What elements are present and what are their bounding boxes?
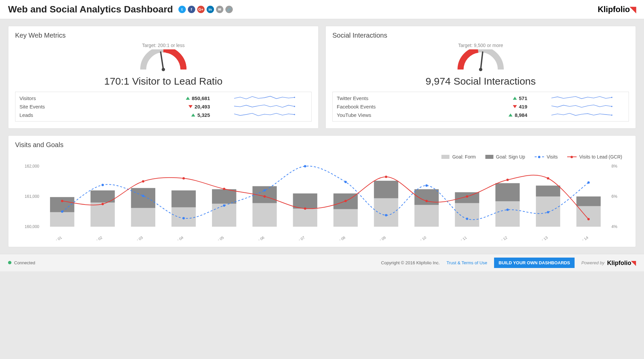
card-title: Social Interactions: [332, 32, 629, 39]
svg-point-58: [61, 211, 63, 213]
brand-logo: Klipfolio◥: [598, 5, 636, 14]
svg-point-83: [506, 179, 509, 181]
svg-point-2: [294, 97, 295, 98]
svg-point-76: [223, 188, 225, 190]
metrics-table: Visitors 850,681 Site Events 20,493 Lead…: [15, 92, 214, 121]
linkedin-icon[interactable]: in: [207, 6, 214, 13]
svg-rect-34: [293, 209, 317, 227]
arrow-down-icon: [189, 105, 193, 108]
svg-text:Jan 14: Jan 14: [578, 235, 589, 240]
gauge-target: Target: 9,500 or more: [332, 43, 629, 48]
card-title: Key Web Metrics: [15, 32, 312, 39]
gauge-headline: 170:1 Visitor to Lead Ratio: [15, 76, 312, 87]
svg-text:Jan 05: Jan 05: [213, 235, 224, 240]
svg-text:Jan 06: Jan 06: [254, 235, 265, 240]
metric-row: Site Events 20,493: [19, 102, 210, 111]
brand-logo-small: Klipfolio◥: [607, 259, 636, 267]
link-icon[interactable]: 🔗: [225, 6, 233, 13]
svg-rect-29: [212, 189, 236, 204]
svg-text:6%: 6%: [611, 194, 618, 199]
card-web-metrics: Key Web Metrics Target: 200:1 or less 17…: [8, 26, 319, 129]
terms-link[interactable]: Trust & Terms of Use: [446, 260, 487, 265]
chart-legend: Goal: Form Goal: Sign Up Visits Visits t…: [15, 152, 629, 163]
svg-rect-25: [171, 207, 196, 227]
gplus-icon[interactable]: G+: [197, 6, 205, 13]
card-visits-goals: Visits and Goals Goal: Form Goal: Sign U…: [8, 135, 636, 247]
svg-point-1: [162, 68, 165, 71]
svg-point-64: [304, 165, 306, 168]
svg-rect-28: [212, 204, 236, 227]
twitter-icon[interactable]: t: [178, 6, 186, 13]
svg-point-4: [294, 114, 295, 115]
svg-point-81: [425, 200, 428, 202]
svg-rect-46: [455, 203, 479, 227]
svg-point-68: [466, 218, 468, 220]
svg-point-80: [385, 176, 387, 178]
svg-point-70: [547, 211, 549, 213]
svg-point-78: [304, 208, 306, 210]
arrow-up-icon: [508, 114, 513, 117]
svg-point-77: [263, 195, 266, 198]
visits-goals-chart: 160,000161,000162,0004%6%8%Jan 01Jan 02J…: [18, 163, 626, 240]
svg-point-84: [547, 177, 549, 180]
svg-rect-23: [131, 188, 155, 208]
svg-rect-50: [495, 183, 520, 201]
svg-text:Jan 02: Jan 02: [92, 235, 103, 240]
svg-point-85: [587, 218, 590, 220]
build-dashboard-button[interactable]: BUILD YOUR OWN DASHBOARDS: [494, 258, 575, 268]
svg-point-72: [61, 200, 63, 202]
svg-rect-16: [50, 212, 74, 227]
sparklines: [217, 92, 311, 121]
svg-text:Jan 13: Jan 13: [537, 235, 548, 240]
svg-rect-35: [293, 193, 317, 209]
header: Web and Social Analytics Dashboard t f G…: [0, 0, 644, 19]
metric-row: YouTube Views 8,984: [337, 111, 527, 119]
svg-point-6: [479, 68, 482, 71]
svg-rect-40: [374, 198, 398, 227]
svg-text:Jan 08: Jan 08: [335, 235, 346, 240]
svg-point-62: [223, 205, 225, 207]
page-title: Web and Social Analytics Dashboard: [8, 4, 173, 15]
svg-rect-22: [131, 208, 155, 227]
email-icon[interactable]: ✉: [216, 6, 223, 13]
svg-text:Jan 04: Jan 04: [173, 235, 184, 240]
svg-point-60: [142, 195, 144, 197]
svg-point-71: [587, 181, 590, 184]
arrow-down-icon: [513, 105, 517, 108]
svg-rect-53: [536, 186, 560, 196]
svg-text:Jan 09: Jan 09: [375, 235, 386, 240]
arrow-up-icon: [513, 97, 517, 100]
svg-text:Jan 12: Jan 12: [496, 235, 508, 240]
gauge-icon: [137, 49, 190, 73]
status-dot-icon: [8, 261, 11, 264]
svg-text:8%: 8%: [611, 164, 618, 169]
svg-point-9: [611, 115, 612, 116]
svg-text:160,000: 160,000: [25, 224, 40, 229]
facebook-icon[interactable]: f: [188, 6, 195, 13]
svg-rect-56: [576, 196, 600, 206]
svg-point-74: [142, 180, 144, 183]
svg-point-7: [611, 97, 612, 98]
svg-point-73: [102, 203, 104, 205]
svg-text:Jan 07: Jan 07: [294, 235, 306, 240]
gauge-target: Target: 200:1 or less: [15, 43, 312, 48]
gauge-headline: 9,974 Social Interactions: [332, 76, 629, 87]
share-icons: t f G+ in ✉ 🔗: [178, 6, 233, 13]
card-title: Visits and Goals: [15, 141, 629, 149]
sparklines: [535, 92, 629, 121]
svg-point-63: [263, 189, 266, 192]
svg-point-66: [385, 214, 387, 216]
arrow-up-icon: [191, 114, 195, 117]
svg-point-67: [425, 184, 428, 187]
svg-text:162,000: 162,000: [25, 164, 40, 169]
svg-point-75: [182, 177, 185, 180]
svg-rect-26: [171, 190, 196, 207]
svg-text:Jan 10: Jan 10: [416, 235, 427, 240]
svg-rect-49: [495, 201, 520, 227]
gauge-icon: [454, 49, 507, 73]
svg-rect-31: [253, 203, 277, 227]
svg-rect-43: [415, 205, 439, 227]
svg-text:Jan 03: Jan 03: [132, 235, 144, 240]
svg-text:Jan 11: Jan 11: [456, 235, 468, 240]
metric-row: Visitors 850,681: [19, 94, 210, 102]
